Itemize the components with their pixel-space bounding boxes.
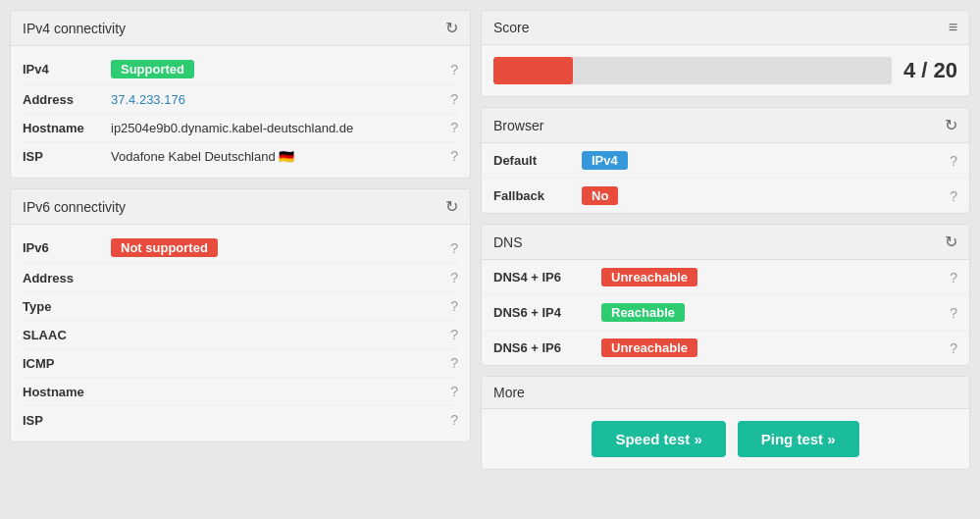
speed-test-button[interactable]: Speed test » [592, 421, 725, 457]
dns4-ip6-label: DNS4 + IP6 [493, 270, 601, 285]
ipv6-slaac-row: SLAAC ? [23, 321, 458, 349]
ipv4-hostname-value: ip2504e9b0.dynamic.kabel-deutschland.de [111, 121, 442, 135]
dns-card-title: DNS [493, 234, 523, 250]
dns6-ip6-label: DNS6 + IP6 [493, 340, 601, 355]
ipv6-slaac-help-icon[interactable]: ? [450, 327, 458, 342]
dns6-ip4-help-icon[interactable]: ? [950, 305, 957, 321]
ping-test-button[interactable]: Ping test » [738, 421, 859, 457]
browser-default-help-icon[interactable]: ? [950, 153, 957, 169]
dns6-ip4-row: DNS6 + IP4 Reachable ? [482, 295, 969, 331]
ipv6-isp-label: ISP [23, 413, 111, 428]
ipv4-label: IPv4 [23, 62, 111, 77]
dns6-ip6-help-icon[interactable]: ? [950, 340, 957, 356]
ipv6-connectivity-card: IPv6 connectivity ↻ IPv6 Not supported ?… [10, 188, 471, 442]
ipv4-value: Supported [111, 60, 442, 78]
more-card: More Speed test » Ping test » [481, 376, 970, 470]
ipv6-type-help-icon[interactable]: ? [450, 298, 458, 314]
browser-default-row: Default IPv4 ? [482, 143, 969, 179]
ipv6-card-body: IPv6 Not supported ? Address ? Type ? [11, 225, 470, 441]
dns4-ip6-value: Unreachable [601, 268, 950, 286]
score-card-title: Score [493, 20, 530, 35]
score-card-header: Score ≡ [482, 11, 969, 45]
ipv4-refresh-icon[interactable]: ↻ [445, 19, 458, 37]
ipv6-hostname-row: Hostname ? [23, 378, 458, 406]
ipv4-isp-row: ISP Vodafone Kabel Deutschland 🇩🇪 ? [23, 142, 458, 170]
score-bar-container: 4 / 20 [482, 45, 969, 96]
ipv6-card-title: IPv6 connectivity [23, 199, 126, 215]
browser-default-badge: IPv4 [582, 151, 628, 170]
browser-fallback-help-icon[interactable]: ? [950, 188, 957, 204]
ipv4-card-body: IPv4 Supported ? Address 37.4.233.176 ? [11, 46, 470, 178]
browser-fallback-value: No [582, 186, 950, 205]
ipv4-card-header: IPv4 connectivity ↻ [11, 11, 470, 46]
browser-card-header: Browser ↻ [482, 108, 969, 143]
ipv4-connectivity-card: IPv4 connectivity ↻ IPv4 Supported ? Add… [10, 10, 471, 179]
ipv6-hostname-help-icon[interactable]: ? [450, 384, 458, 399]
more-card-header: More [482, 377, 969, 409]
score-card: Score ≡ 4 / 20 [481, 10, 970, 97]
browser-card: Browser ↻ Default IPv4 ? Fallback No ? [481, 107, 970, 214]
browser-default-label: Default [493, 153, 582, 168]
score-list-icon[interactable]: ≡ [949, 19, 957, 36]
dns4-ip6-row: DNS4 + IP6 Unreachable ? [482, 260, 969, 295]
browser-fallback-row: Fallback No ? [482, 179, 969, 213]
ipv6-card-header: IPv6 connectivity ↻ [11, 189, 470, 225]
ipv4-row: IPv4 Supported ? [23, 54, 458, 85]
browser-refresh-icon[interactable]: ↻ [945, 116, 957, 134]
ipv6-icmp-row: ICMP ? [23, 349, 458, 378]
ipv4-address-help-icon[interactable]: ? [450, 91, 458, 107]
ipv4-card-title: IPv4 connectivity [23, 21, 126, 36]
dns6-ip4-value: Reachable [601, 303, 950, 322]
ipv6-address-label: Address [23, 271, 111, 285]
ipv4-hostname-help-icon[interactable]: ? [450, 120, 458, 135]
more-card-title: More [493, 385, 525, 400]
dns6-ip6-row: DNS6 + IP6 Unreachable ? [482, 331, 969, 365]
score-value: 4 / 20 [903, 58, 957, 83]
more-card-body: Speed test » Ping test » [482, 409, 969, 469]
ipv6-refresh-icon[interactable]: ↻ [445, 197, 458, 216]
ipv4-isp-value: Vodafone Kabel Deutschland 🇩🇪 [111, 149, 442, 164]
dns4-ip6-help-icon[interactable]: ? [950, 270, 957, 285]
ipv4-address-label: Address [23, 92, 111, 107]
browser-card-title: Browser [493, 118, 543, 133]
dns6-ip6-badge: Unreachable [601, 338, 697, 357]
ipv6-slaac-label: SLAAC [23, 328, 111, 342]
ipv6-not-supported-badge: Not supported [111, 238, 218, 257]
ipv4-supported-badge: Supported [111, 60, 194, 78]
dns6-ip6-value: Unreachable [601, 338, 950, 357]
ipv6-isp-row: ISP ? [23, 406, 458, 434]
ipv4-hostname-row: Hostname ip2504e9b0.dynamic.kabel-deutsc… [23, 114, 458, 142]
ipv4-address-link[interactable]: 37.4.233.176 [111, 92, 185, 107]
dns-refresh-icon[interactable]: ↻ [945, 233, 957, 251]
ipv4-isp-help-icon[interactable]: ? [450, 148, 458, 164]
dns4-ip6-badge: Unreachable [601, 268, 697, 286]
ipv6-label: IPv6 [23, 240, 111, 255]
ipv6-help-icon[interactable]: ? [450, 240, 458, 256]
dns6-ip4-label: DNS6 + IP4 [493, 305, 601, 320]
ipv6-address-row: Address ? [23, 264, 458, 292]
ipv6-address-help-icon[interactable]: ? [450, 270, 458, 285]
ipv6-isp-help-icon[interactable]: ? [450, 412, 458, 428]
ipv4-help-icon[interactable]: ? [450, 62, 458, 78]
ipv6-icmp-help-icon[interactable]: ? [450, 355, 458, 371]
ipv6-value: Not supported [111, 238, 442, 257]
dns-card-header: DNS ↻ [482, 225, 969, 260]
ipv6-hostname-label: Hostname [23, 385, 111, 399]
ipv6-icmp-label: ICMP [23, 356, 111, 371]
ipv6-type-row: Type ? [23, 292, 458, 321]
ipv6-row: IPv6 Not supported ? [23, 233, 458, 264]
browser-default-value: IPv4 [582, 151, 950, 170]
ipv6-type-label: Type [23, 299, 111, 314]
ipv4-address-row: Address 37.4.233.176 ? [23, 85, 458, 114]
browser-fallback-label: Fallback [493, 188, 582, 203]
ipv4-hostname-label: Hostname [23, 121, 111, 135]
dns-card: DNS ↻ DNS4 + IP6 Unreachable ? DNS6 + IP… [481, 224, 970, 366]
dns6-ip4-badge: Reachable [601, 303, 685, 322]
score-bar-track [493, 57, 892, 84]
browser-fallback-badge: No [582, 186, 618, 205]
score-bar-fill [493, 57, 573, 84]
ipv4-address-value: 37.4.233.176 [111, 92, 442, 107]
ipv4-isp-label: ISP [23, 149, 111, 164]
